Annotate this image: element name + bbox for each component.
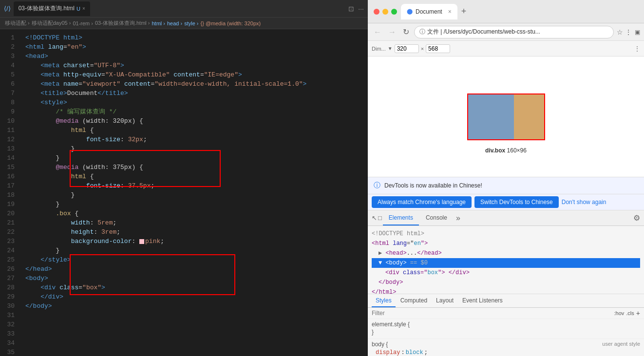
code-line: <meta http-equiv="X-UA-Compatible" conte… [25, 70, 362, 79]
dim-dropdown-icon[interactable]: ▼ [388, 46, 393, 51]
more-icon[interactable]: ··· [358, 5, 364, 13]
div-close: "> </div> [438, 269, 470, 276]
breadcrumb-item-8[interactable]: {} @media (width: 320px) [201, 20, 261, 26]
head-collapsed: ... [407, 250, 417, 257]
tab-more[interactable]: » [456, 214, 460, 223]
html-attr: lang [393, 240, 407, 247]
breadcrumb-item-4[interactable]: 03-体验媒体查询.html › [95, 19, 150, 27]
devtools-info-text: DevTools is now available in Chinese! [384, 182, 638, 189]
info-icon: ⓘ [374, 181, 380, 190]
tab-console[interactable]: Console [420, 210, 453, 225]
new-tab-button[interactable]: + [461, 6, 467, 17]
semicolon: ; [424, 349, 428, 356]
html-line-body[interactable]: ▼ <body> == $0 [372, 258, 640, 268]
breadcrumb-item-5[interactable]: html › [152, 20, 165, 26]
preview-content: div.box 160×96 [368, 56, 644, 177]
browser-tab[interactable]: ⬤ Document × [401, 4, 457, 19]
dim-height-input[interactable] [426, 44, 450, 53]
styles-tab-computed[interactable]: Computed [397, 294, 431, 307]
eq: =" [407, 240, 414, 247]
html-line-html-close: </html> [372, 287, 640, 294]
cls-button[interactable]: .cls [626, 310, 634, 316]
dim-separator: × [421, 46, 424, 52]
file-icon: ⟨/⟩ [4, 5, 11, 12]
tab-right-controls: ⊡ ··· [348, 5, 364, 13]
breadcrumb-item-7[interactable]: style › [184, 20, 198, 26]
filter-input[interactable] [372, 310, 610, 317]
html-attr-val: en [414, 240, 420, 247]
code-line: <meta name="viewport" content="width=dev… [25, 79, 362, 89]
browser-tab-title: Document [416, 8, 442, 15]
match-language-button[interactable]: Always match Chrome's language [372, 196, 472, 208]
devtools-cursor-icon[interactable]: ↖ [372, 214, 377, 222]
minimize-button[interactable] [382, 9, 388, 15]
breadcrumb-item-6[interactable]: head › [167, 20, 182, 26]
styles-tab-layout[interactable]: Layout [432, 294, 457, 307]
elements-html[interactable]: <!DOCTYPE html> <html lang="en"> ▶ <head… [368, 226, 644, 294]
add-style-button[interactable]: + [636, 309, 640, 317]
device-icon[interactable]: ▣ [635, 29, 640, 36]
editor-tab[interactable]: 03-体验媒体查询.html U × [14, 1, 90, 16]
code-line: </head> [25, 264, 362, 274]
div-class-val: box [427, 269, 438, 276]
body-arrow: ▼ [379, 260, 385, 266]
styles-tab-bar: Styles Computed Layout Event Listeners [368, 294, 644, 308]
line-numbers: 12345 678910 1112131415 1617181920 21222… [0, 29, 19, 356]
address-text: 文件 | /Users/dyc/Documents/web-css-stu... [427, 28, 540, 36]
doctype-text: <!DOCTYPE html> [372, 230, 424, 237]
settings-icon[interactable]: ⋮ [625, 28, 632, 36]
code-line: } [25, 246, 362, 255]
back-button[interactable]: ← [372, 27, 383, 37]
breadcrumb-item-3[interactable]: 01-rem › [73, 20, 93, 26]
dim-settings-icon[interactable]: ⋮ [634, 45, 640, 52]
box-label: div.box 160×96 [485, 147, 527, 154]
address-bar-icons: ☆ ⋮ [617, 28, 632, 36]
filter-right: :hov .cls + [614, 309, 640, 317]
body-style-header-row: body { user agent style [372, 341, 640, 349]
code-content[interactable]: <!DOCTYPE html> <html lang="en"> <head> … [19, 29, 368, 356]
breadcrumb-item-2[interactable]: 移动适配day05 › [32, 19, 71, 27]
address-bar[interactable]: ⓘ 文件 | /Users/dyc/Documents/web-css-stu.… [414, 26, 614, 38]
code-line: <meta charset="UTF-8"> [25, 61, 362, 70]
box-dimensions: 160×96 [507, 147, 527, 154]
address-bar-row: ← → ↻ ⓘ 文件 | /Users/dyc/Documents/web-cs… [368, 23, 644, 41]
styles-tab-styles[interactable]: Styles [372, 294, 396, 307]
code-line: width: 5rem; [25, 218, 362, 227]
tab-elements[interactable]: Elements [383, 210, 419, 225]
html-close-bracket: "> [421, 240, 428, 247]
tab-close-button[interactable]: × [82, 6, 85, 11]
dont-show-link[interactable]: Don't show again [562, 199, 606, 206]
preview-area: Dim... ▼ × ⋮ div.box 160×96 [368, 41, 644, 177]
html-line-html: <html lang="en"> [372, 239, 640, 248]
reload-button[interactable]: ↻ [401, 26, 411, 37]
bookmark-icon[interactable]: ☆ [617, 28, 623, 36]
forward-button[interactable]: → [386, 27, 398, 37]
body-style-header: body { [372, 341, 388, 348]
code-line: } [25, 200, 362, 209]
close-button[interactable] [374, 9, 379, 15]
browser-favicon: ⬤ [407, 8, 413, 15]
div-eq: =" [420, 269, 427, 276]
html-open-tag: <html [372, 240, 393, 247]
maximize-button[interactable] [391, 9, 397, 15]
switch-language-button[interactable]: Switch DevTools to Chinese [474, 196, 559, 208]
code-line: @media (width: 375px) { [25, 163, 362, 172]
browser-tab-close[interactable]: × [448, 8, 452, 15]
devtools-inspect-icon[interactable]: □ [378, 214, 382, 222]
code-line: .box { [25, 209, 362, 218]
breadcrumb-item-1[interactable]: 移动适配 › [5, 19, 30, 27]
html-line-body-close: </body> [372, 278, 640, 287]
devtools-gear-icon[interactable]: ⚙ [633, 213, 640, 223]
devtools-icon-bar: ▣ [635, 29, 640, 36]
split-icon[interactable]: ⊡ [348, 5, 354, 13]
code-line: </body> [25, 301, 362, 311]
dim-width-input[interactable] [395, 44, 419, 53]
preview-box-wrapper: div.box 160×96 [467, 94, 545, 140]
html-line-div: <div class="box"> </div> [372, 268, 640, 278]
div-attr: class [403, 269, 420, 276]
code-line: html { [25, 172, 362, 181]
html-line-doctype: <!DOCTYPE html> [372, 229, 640, 239]
hov-button[interactable]: :hov [614, 310, 625, 316]
styles-tab-event-listeners[interactable]: Event Listeners [458, 294, 507, 307]
element-style-section: element.style { } [368, 319, 644, 339]
